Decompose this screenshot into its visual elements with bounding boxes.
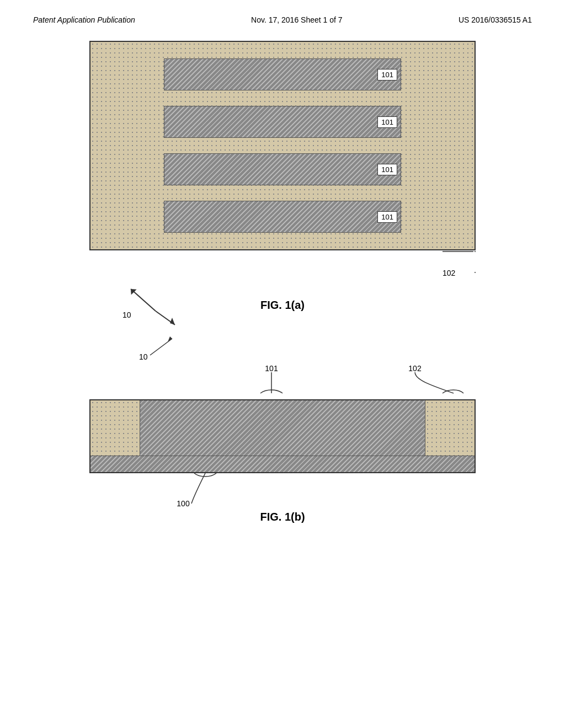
pub-type-label: Patent Application Publication	[33, 15, 135, 24]
ref10-svg: 10	[139, 333, 194, 361]
fig1b-top-row	[90, 400, 475, 456]
svg-text:10: 10	[122, 311, 131, 319]
date-sheet-label: Nov. 17, 2016 Sheet 1 of 7	[251, 15, 343, 24]
patent-number-label: US 2016/0336515 A1	[459, 15, 532, 24]
fig1a-arrow-svg: 10	[122, 283, 189, 328]
bar4-label: 101	[377, 211, 397, 223]
fig1b-hatch-center	[140, 400, 425, 456]
svg-text:102: 102	[443, 269, 456, 277]
fig1b-section: 100 FIG. 1(b)	[89, 399, 476, 523]
fig1b-ref100-svg: 100	[89, 473, 476, 506]
fig1a-diagram: 101 101 101 101 102	[89, 41, 476, 278]
fig1a-section: 101 101 101 101 102	[89, 41, 476, 328]
svg-text:100: 100	[177, 499, 190, 506]
fig1b-ref-svg: 101 102	[89, 363, 476, 394]
hatch-bar-2: 101	[164, 106, 401, 138]
svg-text:10: 10	[139, 352, 148, 361]
hatch-bar-3: 101	[164, 153, 401, 185]
fig1a-annotation-svg: 102	[89, 250, 476, 278]
fig1b-caption: FIG. 1(b)	[260, 511, 305, 523]
fig1b-dotted-right	[425, 400, 475, 456]
fig1b-diagram	[89, 399, 476, 473]
bar3-label: 101	[377, 164, 397, 175]
bar1-label: 101	[377, 69, 397, 81]
hatch-bar-4: 101	[164, 201, 401, 233]
svg-text:102: 102	[408, 364, 422, 373]
svg-text:101: 101	[265, 364, 278, 373]
hatch-bar-1: 101	[164, 58, 401, 90]
fig1b-outer-box	[89, 399, 476, 473]
fig1a-caption: FIG. 1(a)	[260, 299, 305, 312]
fig1b-dotted-left	[90, 400, 140, 456]
ref-10-label-fig1b: 10	[139, 333, 194, 362]
fig1a-dotted-background: 101 101 101 101	[89, 41, 476, 250]
fig1b-bottom-bar	[90, 456, 475, 472]
bar2-label: 101	[377, 116, 397, 128]
svg-line-2	[131, 289, 156, 311]
